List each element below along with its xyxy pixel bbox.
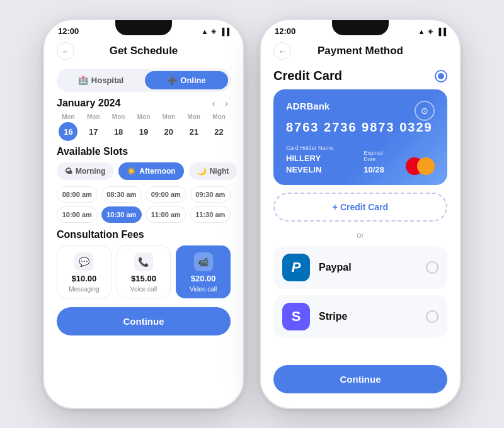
cal-day-label-2: Mon <box>112 113 125 120</box>
holder-name: HILLERY NEVELIN <box>286 154 321 174</box>
cal-day-17[interactable]: 17 <box>84 122 103 141</box>
messaging-amount: $10.00 <box>71 274 96 283</box>
cal-day-label-3: Mon <box>137 113 151 120</box>
phone1-content: ← Get Schedule 🏥 Hospital ➕ Online Janua… <box>44 38 243 405</box>
cal-day-col-0: Mon 16 <box>57 113 80 141</box>
fee-voice[interactable]: 📞 $15.00 Voice call <box>117 245 171 298</box>
card-holder-field: Card Holder Name HILLERY NEVELIN <box>286 145 351 175</box>
cal-day-label-4: Mon <box>163 113 176 120</box>
video-icon: 📹 <box>194 252 213 271</box>
cal-prev-btn[interactable]: ‹ <box>210 97 218 110</box>
calendar-header: January 2024 ‹ › <box>57 97 231 110</box>
time-1: 12:00 <box>58 26 79 36</box>
cal-day-col-4: Mon 20 <box>157 113 180 141</box>
night-label: Night <box>210 167 229 176</box>
time-slot-1130[interactable]: 11:30 am <box>190 206 231 223</box>
video-amount: $20.00 <box>191 274 216 283</box>
slot-types-toggle: 🌤 Morning ☀️ Afternoon 🌙 Night <box>57 162 231 180</box>
cal-day-label-6: Mon <box>212 113 226 120</box>
paypal-radio[interactable] <box>426 261 438 274</box>
time-slot-0830[interactable]: 08:30 am <box>101 186 142 203</box>
voice-icon: 📞 <box>134 252 153 271</box>
hospital-emoji: 🏥 <box>78 76 88 85</box>
fee-video[interactable]: 📹 $20.00 Video call <box>176 245 231 298</box>
visit-type-toggle: 🏥 Hospital ➕ Online <box>57 69 231 92</box>
signal-icon-2: ▲ <box>418 28 425 35</box>
morning-emoji: 🌤 <box>65 167 72 176</box>
credit-card-visual: ADRBank ⊙ 8763 2736 9873 0329 Card Holde… <box>273 89 447 185</box>
hospital-toggle-btn[interactable]: 🏥 Hospital <box>59 71 142 89</box>
mastercard-logo <box>406 157 435 175</box>
calendar-navigation: ‹ › <box>210 97 231 110</box>
battery-icon: ▐▐ <box>219 28 229 35</box>
credit-card-radio[interactable] <box>435 70 447 82</box>
cal-day-label-0: Mon <box>62 113 75 120</box>
cal-day-col-2: Mon 18 <box>107 113 130 141</box>
time-slot-0900[interactable]: 09:00 am <box>146 186 186 203</box>
afternoon-slot-btn[interactable]: ☀️ Afternoon <box>118 162 183 180</box>
radio-inner <box>438 73 444 79</box>
cal-day-col-1: Mon 17 <box>82 113 105 141</box>
stripe-radio[interactable] <box>426 310 438 323</box>
stripe-letter: S <box>292 308 301 325</box>
cal-next-btn[interactable]: › <box>222 97 231 110</box>
fee-messaging[interactable]: 💬 $10.00 Messaging <box>57 245 112 298</box>
calendar-month-year: January 2024 <box>57 98 120 109</box>
time-slot-1000[interactable]: 10:00 am <box>57 206 98 223</box>
status-icons-2: ▲ ◈ ▐▐ <box>418 27 446 35</box>
cal-day-col-6: Mon 22 <box>207 113 231 141</box>
screen-header-2: ← Payment Method <box>273 38 447 64</box>
consultation-fees-title: Consultation Fees <box>57 229 231 240</box>
time-slot-0930[interactable]: 09:30 am <box>190 186 231 203</box>
continue-button-1[interactable]: Continue <box>57 307 231 335</box>
afternoon-label: Afternoon <box>139 167 175 176</box>
card-bottom: Card Holder Name HILLERY NEVELIN Expired… <box>286 145 435 175</box>
cal-day-col-5: Mon 21 <box>182 113 205 141</box>
online-toggle-btn[interactable]: ➕ Online <box>145 71 228 89</box>
card-bank-name: ADRBank <box>286 101 435 111</box>
phone2-content: ← Payment Method Credit Card ADRBank ⊙ 8… <box>261 38 460 405</box>
morning-slot-btn[interactable]: 🌤 Morning <box>57 162 113 180</box>
credit-card-title: Credit Card <box>273 69 342 83</box>
continue-button-2[interactable]: Continue <box>273 365 447 393</box>
cal-day-col-3: Mon 19 <box>132 113 156 141</box>
cal-day-20[interactable]: 20 <box>159 122 178 141</box>
online-label: Online <box>180 76 205 85</box>
notch <box>115 20 172 35</box>
expiry-label: Expired Date <box>364 150 393 162</box>
paypal-icon: P <box>282 254 310 281</box>
cal-day-21[interactable]: 21 <box>185 122 203 141</box>
expiry-value: 10/28 <box>364 165 384 174</box>
paypal-option[interactable]: P Paypal <box>273 246 447 289</box>
cal-day-label-5: Mon <box>187 113 200 120</box>
cal-day-18[interactable]: 18 <box>109 122 128 141</box>
card-number: 8763 2736 9873 0329 <box>286 120 435 135</box>
card-lock-icon: ⊙ <box>415 101 435 121</box>
cal-day-19[interactable]: 19 <box>134 122 153 141</box>
time-slots-grid: 08:00 am 08:30 am 09:00 am 09:30 am 10:0… <box>57 186 231 223</box>
available-slots-title: Available Slots <box>57 146 231 157</box>
cal-day-22[interactable]: 22 <box>210 122 229 141</box>
time-slot-1100[interactable]: 11:00 am <box>146 206 186 223</box>
mc-circle-orange <box>417 157 435 175</box>
calendar-days: Mon 16 Mon 17 Mon 18 Mon 19 Mon 20 <box>57 113 231 141</box>
stripe-option[interactable]: S Stripe <box>273 295 447 338</box>
time-slot-0800[interactable]: 08:00 am <box>57 186 98 203</box>
screen-title-2: Payment Method <box>318 45 403 57</box>
messaging-icon: 💬 <box>74 252 93 271</box>
night-slot-btn[interactable]: 🌙 Night <box>189 162 238 180</box>
cal-day-16[interactable]: 16 <box>59 122 77 141</box>
video-label: Video call <box>190 286 217 293</box>
time-slot-1030[interactable]: 10:30 am <box>101 206 142 223</box>
add-credit-card-btn[interactable]: + Credit Card <box>273 193 447 222</box>
battery-icon-2: ▐▐ <box>436 28 446 35</box>
payment-title-row: Credit Card <box>273 69 447 83</box>
morning-label: Morning <box>76 167 105 176</box>
stripe-label: Stripe <box>319 311 417 322</box>
stripe-icon: S <box>282 303 310 330</box>
online-emoji: ➕ <box>167 76 177 85</box>
back-button-1[interactable]: ← <box>57 42 74 60</box>
signal-icon: ▲ <box>202 28 209 35</box>
back-button-2[interactable]: ← <box>273 42 291 60</box>
voice-amount: $15.00 <box>131 274 156 283</box>
